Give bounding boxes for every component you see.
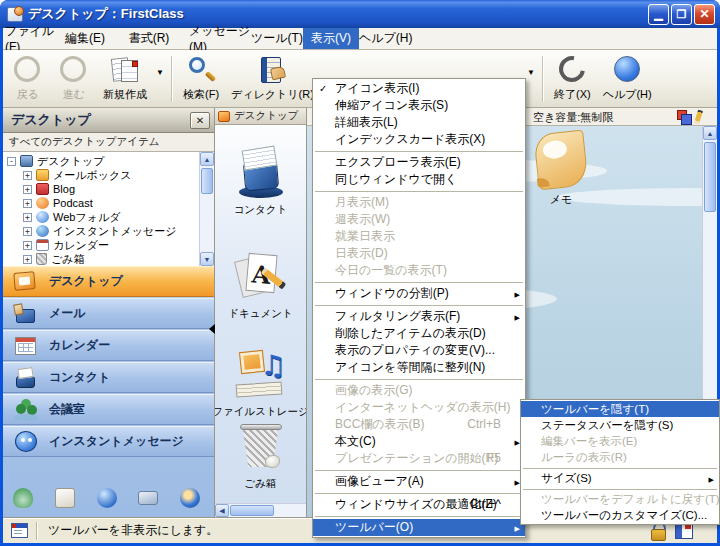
menu-item[interactable]: 同じウィンドウで開く	[313, 171, 525, 188]
memo-item[interactable]: メモ	[529, 132, 593, 207]
menu-item[interactable]: ウィンドウサイズの最適化(Z) Ctrl+^	[313, 496, 525, 513]
scroll-left-icon[interactable]: ◀	[215, 504, 229, 517]
sidebar-nav-item[interactable]: カレンダー	[3, 330, 214, 361]
tree-expander-icon[interactable]: +	[23, 213, 32, 222]
shortcut-icon[interactable]	[138, 491, 158, 505]
toolbar-button[interactable]: 新規作成	[97, 52, 153, 102]
toolbar-button[interactable]: ディレクトリ(R)	[225, 52, 320, 102]
toolbar-button[interactable]: 進む	[51, 52, 97, 102]
menu-item[interactable]: 週表示(W)	[313, 211, 525, 228]
tree-item[interactable]: - デスクトップ	[3, 154, 198, 168]
minimize-button[interactable]: ▁	[648, 4, 669, 25]
shortcut-icon[interactable]	[13, 488, 33, 508]
sidebar-nav-item[interactable]: コンタクト	[3, 362, 214, 393]
menu-item[interactable]: 今日の一覧の表示(T)	[313, 262, 525, 279]
toolbar-button[interactable]: 終了(X)	[548, 52, 597, 106]
menu-item[interactable]: ステータスバーを隠す(S)	[521, 417, 719, 433]
toolbar-button-icon	[57, 55, 91, 85]
desktop-item[interactable]: コンタクト	[215, 145, 306, 217]
tree-expander-icon[interactable]: +	[23, 171, 32, 180]
menu-item[interactable]: 画像の表示(G)	[313, 382, 525, 399]
scrollbar-thumb[interactable]	[201, 168, 213, 194]
edit-pencil-icon[interactable]	[694, 110, 703, 125]
shortcut-icon[interactable]	[97, 488, 117, 508]
menu-item[interactable]: ツールバーをデフォルトに戻す(T)	[521, 491, 719, 507]
horizontal-scrollbar[interactable]: ◀	[215, 503, 306, 517]
menu-item[interactable]: ツールバーを隠す(T)	[521, 401, 719, 417]
tree-expander-icon[interactable]: +	[23, 185, 32, 194]
scroll-up-icon[interactable]: ▲	[703, 126, 717, 140]
menu-item[interactable]: アイコン表示(I)	[313, 80, 525, 97]
tree-item[interactable]: + Blog	[3, 182, 198, 196]
menu-item[interactable]: インデックスカード表示(X)	[313, 131, 525, 148]
panel-close-icon[interactable]: ✕	[190, 112, 210, 129]
desktop-item[interactable]: ドキュメント	[215, 249, 306, 321]
tree-expander-icon[interactable]: -	[7, 157, 16, 166]
menubar-item[interactable]: 書式(R)	[109, 28, 189, 49]
menubar-item[interactable]: 表示(V)	[303, 28, 359, 49]
desktop-item[interactable]: ごみ箱	[215, 419, 306, 491]
scroll-up-icon[interactable]: ▲	[200, 152, 214, 166]
panel-collapse-icon[interactable]	[209, 324, 215, 334]
menu-item[interactable]: 就業日表示	[313, 228, 525, 245]
menu-item[interactable]: 画像ビューア(A)	[313, 473, 525, 490]
layers-icon[interactable]	[677, 110, 690, 123]
menubar-item[interactable]: ヘルプ(H)	[359, 28, 413, 49]
desktop-tab-icon	[218, 111, 230, 122]
toolbar-button[interactable]: ヘルプ(H)	[597, 52, 658, 106]
scrollbar-thumb[interactable]	[230, 505, 274, 516]
tree-item[interactable]: + Podcast	[3, 196, 198, 210]
tree-expander-icon[interactable]: +	[23, 241, 32, 250]
menubar-item[interactable]: メッセージ(M)	[189, 28, 251, 49]
menu-item[interactable]: プレゼンテーションの開始(R) F5	[313, 450, 525, 467]
menu-item[interactable]: エクスプローラ表示(E)	[313, 154, 525, 171]
shortcut-icon[interactable]	[180, 488, 200, 508]
menu-item[interactable]: 本文(C)	[313, 433, 525, 450]
tree-expander-icon[interactable]: +	[23, 227, 32, 236]
desktop-item[interactable]: ファイルストレージ	[215, 347, 306, 419]
menu-item[interactable]: 日表示(D)	[313, 245, 525, 262]
sidebar-nav-item[interactable]: 会議室	[3, 394, 214, 425]
tree-item[interactable]: + Webフォルダ	[3, 210, 198, 224]
new-message-dropdown-icon[interactable]: ▼	[153, 52, 167, 92]
overflow-dropdown-icon[interactable]: ▼	[524, 52, 538, 92]
menu-item[interactable]: 月表示(M)	[313, 194, 525, 211]
menu-item[interactable]: 詳細表示(L)	[313, 114, 525, 131]
titlebar[interactable]: デスクトップ：FirstClass ▁ ❐ ✕	[0, 0, 720, 28]
tree-item[interactable]: + インスタントメッセージ	[3, 224, 198, 238]
scrollbar-thumb[interactable]	[704, 142, 716, 212]
toolbar-button[interactable]: 検索(F)	[177, 52, 225, 102]
tree-expander-icon[interactable]: +	[23, 199, 32, 208]
tree-expander-icon[interactable]: +	[23, 255, 32, 264]
menu-item[interactable]: ツールバーのカスタマイズ(C)...	[521, 507, 719, 523]
status-window-icon[interactable]	[11, 523, 28, 538]
shortcut-icon[interactable]	[55, 488, 75, 508]
sidebar-nav-item[interactable]: メール	[3, 298, 214, 329]
tree-item[interactable]: + メールボックス	[3, 168, 198, 182]
menu-item[interactable]: サイズ(S)	[521, 470, 719, 486]
menu-item[interactable]: ツールバー(O)	[313, 519, 525, 536]
menu-item[interactable]: 伸縮アイコン表示(S)	[313, 97, 525, 114]
sidebar-nav-item[interactable]: デスクトップ	[3, 266, 214, 297]
sidebar-nav-item[interactable]: インスタントメッセージ	[3, 426, 214, 457]
toolbar-button[interactable]: 戻る	[5, 52, 51, 102]
tree-item[interactable]: + カレンダー	[3, 238, 198, 252]
menu-item[interactable]: 編集バーを表示(E)	[521, 433, 719, 449]
maximize-button[interactable]: ❐	[671, 4, 692, 25]
menu-item[interactable]: 表示のプロパティの変更(V)...	[313, 342, 525, 359]
close-button[interactable]: ✕	[694, 4, 715, 25]
menubar-item[interactable]: ファイル(F)	[5, 28, 61, 49]
menu-item[interactable]: フィルタリング表示(F)	[313, 308, 525, 325]
menu-item[interactable]: BCC欄の表示(B) Ctrl+B	[313, 416, 525, 433]
tab-desktop[interactable]: デスクトップ	[215, 108, 306, 125]
menubar-item[interactable]: 編集(E)	[61, 28, 109, 49]
menubar-item[interactable]: ツール(T)	[251, 28, 303, 49]
menu-item[interactable]: ルーラの表示(R)	[521, 449, 719, 465]
menu-item[interactable]: アイコンを等間隔に整列(N)	[313, 359, 525, 376]
scroll-down-icon[interactable]: ▼	[200, 252, 214, 266]
menu-item[interactable]: インターネットヘッダの表示(H)	[313, 399, 525, 416]
menu-item[interactable]: ウィンドウの分割(P)	[313, 285, 525, 302]
tree-scrollbar[interactable]: ▲ ▼	[199, 152, 214, 266]
tree-item[interactable]: + ごみ箱	[3, 252, 198, 266]
menu-item[interactable]: 削除したアイテムの表示(D)	[313, 325, 525, 342]
